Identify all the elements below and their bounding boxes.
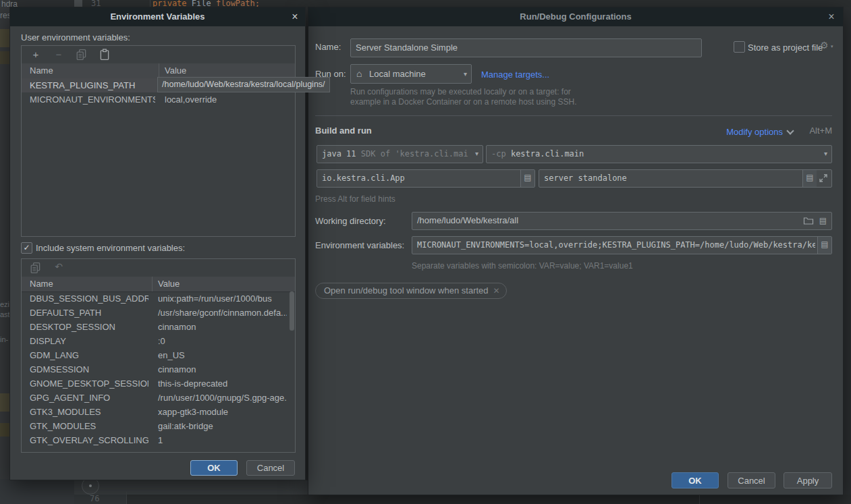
tree-item-fragment: ast xyxy=(0,310,10,318)
ok-button[interactable]: OK xyxy=(671,472,719,488)
var-value: local,override xyxy=(165,92,292,107)
remove-tag-icon[interactable]: ✕ xyxy=(493,283,499,298)
table-row[interactable]: DISPLAY:0 xyxy=(22,334,295,348)
var-name: GTK_OVERLAY_SCROLLING xyxy=(30,433,148,447)
include-system-env-checkbox[interactable]: ✓ xyxy=(21,242,32,254)
undo-icon[interactable]: ↶ xyxy=(53,261,65,273)
bottom-left-panel xyxy=(0,479,74,504)
cell-value-popup: /home/ludo/Web/kestra/kestra/local/plugi… xyxy=(157,77,330,92)
dialog-title: Environment Variables xyxy=(10,7,305,26)
tag-label: Open run/debug tool window when started xyxy=(324,285,489,296)
var-value: xapp-gtk3-module xyxy=(158,405,287,419)
home-icon: ⌂ xyxy=(356,65,362,83)
column-divider[interactable] xyxy=(159,63,159,78)
modify-options-shortcut: Alt+M xyxy=(809,125,832,136)
var-value: /usr/share/gconf/cinnamon.defa... xyxy=(158,306,287,320)
table-row[interactable]: GDMSESSIONcinnamon xyxy=(22,362,295,376)
tree-selected-block xyxy=(0,51,9,64)
remove-icon[interactable]: − xyxy=(53,49,65,61)
scrollbar-thumb[interactable] xyxy=(290,291,294,331)
section-divider xyxy=(315,115,832,116)
dropdown-arrow-icon[interactable]: ▾ xyxy=(475,146,478,162)
dropdown-arrow-icon[interactable]: ▾ xyxy=(824,146,827,162)
var-name: DESKTOP_SESSION xyxy=(30,320,148,334)
classpath-dropdown[interactable]: -cp kestra.cli.main ▾ xyxy=(486,145,832,163)
dialog-titlebar: Run/Debug Configurations × xyxy=(308,7,843,26)
tree-selected-block xyxy=(0,29,9,47)
table-row[interactable]: GTK3_MODULESxapp-gtk3-module xyxy=(22,405,295,419)
name-input[interactable]: Server Standalone Simple xyxy=(350,38,702,57)
var-name: DBUS_SESSION_BUS_ADDRESS xyxy=(30,291,148,306)
copy-icon[interactable] xyxy=(76,49,88,61)
cp-flag: -cp xyxy=(491,149,506,159)
dialog-titlebar: Environment Variables × xyxy=(10,7,305,26)
editor-line-number: 76 xyxy=(90,494,99,503)
user-env-table-panel: + − Name Value KESTRA_PLUGINS_PATH /home… xyxy=(21,45,296,237)
cancel-button[interactable]: Cancel xyxy=(728,472,775,488)
paste-icon[interactable] xyxy=(99,49,111,61)
chevron-down-icon xyxy=(786,127,794,134)
editor-margin-guide xyxy=(699,494,700,504)
modify-options-link[interactable]: Modify options xyxy=(726,127,783,137)
run-debug-configurations-dialog: Run/Debug Configurations × Name: Server … xyxy=(308,7,844,495)
tree-selected-block xyxy=(0,423,9,437)
table-row[interactable]: GTK_MODULESgail:atk-bridge xyxy=(22,419,295,433)
dialog-title: Run/Debug Configurations xyxy=(308,7,843,26)
var-name: GTK_MODULES xyxy=(30,419,148,433)
program-arguments-input[interactable]: server standalone ▤ xyxy=(539,169,832,188)
expand-field-icon[interactable]: ▤ xyxy=(819,213,827,229)
table-row[interactable]: GPG_AGENT_INFO/run/user/1000/gnupg/S.gpg… xyxy=(22,391,295,405)
value-column-header[interactable]: Value xyxy=(165,63,186,78)
table-row[interactable]: DBUS_SESSION_BUS_ADDRESSunix:path=/run/u… xyxy=(22,291,295,306)
name-label: Name: xyxy=(315,42,341,52)
chevron-down-icon: ▾ xyxy=(831,44,833,49)
run-on-dropdown[interactable]: ⌂ Local machine ▾ xyxy=(350,64,472,84)
var-value: cinnamon xyxy=(158,320,287,334)
var-name: GPG_AGENT_INFO xyxy=(30,391,148,405)
editor-gutter-bottom xyxy=(74,495,126,504)
table-row[interactable]: GDM_LANGen_US xyxy=(22,348,295,362)
expand-field-icon[interactable]: ▤ xyxy=(817,237,831,254)
dropdown-arrow-icon[interactable]: ▾ xyxy=(464,65,467,83)
table-row[interactable]: GNOME_DESKTOP_SESSION_IDthis-is-deprecat… xyxy=(22,376,295,391)
close-icon[interactable]: × xyxy=(825,11,838,23)
expand-window-icon[interactable] xyxy=(818,173,829,184)
close-icon[interactable]: × xyxy=(289,11,301,23)
table-row[interactable]: GTK_OVERLAY_SCROLLING1 xyxy=(22,433,295,447)
main-class-input[interactable]: io.kestra.cli.App ▤ xyxy=(317,169,535,188)
working-directory-label: Working directory: xyxy=(315,216,386,226)
add-icon[interactable]: + xyxy=(30,49,42,61)
tree-selected-block xyxy=(0,393,9,412)
store-as-project-file-checkbox[interactable] xyxy=(734,41,745,53)
open-tool-window-tag[interactable]: Open run/debug tool window when started … xyxy=(315,283,507,299)
var-value: :0 xyxy=(158,334,287,348)
var-value: en_US xyxy=(158,348,287,362)
cancel-button[interactable]: Cancel xyxy=(246,460,295,476)
ok-button[interactable]: OK xyxy=(190,460,238,476)
table-row[interactable]: DESKTOP_SESSIONcinnamon xyxy=(22,320,295,334)
working-directory-input[interactable]: /home/ludo/Web/kestra/all ▤ xyxy=(412,212,832,230)
gear-icon[interactable]: ⚙ xyxy=(820,40,829,51)
apply-button[interactable]: Apply xyxy=(784,472,832,488)
var-name: GNOME_DESKTOP_SESSION_ID xyxy=(30,376,148,391)
folder-icon[interactable] xyxy=(803,215,814,226)
copy-icon[interactable] xyxy=(30,262,42,274)
modify-options-group: Modify options xyxy=(726,125,796,138)
expand-field-icon[interactable]: ▤ xyxy=(802,170,817,187)
name-column-header[interactable]: Name xyxy=(30,277,53,291)
name-column-header[interactable]: Name xyxy=(30,63,53,78)
table-row[interactable]: DEFAULTS_PATH/usr/share/gconf/cinnamon.d… xyxy=(22,306,295,320)
expand-field-icon[interactable]: ▤ xyxy=(520,170,534,187)
var-value: /run/user/1000/gnupg/S.gpg-age... xyxy=(158,391,287,405)
ide-screen: ezi ast in- hdra res 31 private File flo… xyxy=(0,0,851,504)
manage-targets-link[interactable]: Manage targets... xyxy=(481,69,549,80)
var-value: gail:atk-bridge xyxy=(158,419,287,433)
environment-variables-value: MICRONAUT_ENVIRONMENTS=local,override;KE… xyxy=(417,237,815,254)
table-row[interactable]: MICRONAUT_ENVIRONMENTS local,override xyxy=(22,92,295,107)
jdk-dropdown[interactable]: java 11 SDK of 'kestra.cli.mair ▾ xyxy=(317,145,483,163)
value-column-header[interactable]: Value xyxy=(158,277,180,291)
run-on-help-line2: example in a Docker Container or on a re… xyxy=(350,97,577,107)
column-divider[interactable] xyxy=(152,277,153,291)
editor-bottom-strip xyxy=(74,495,851,504)
environment-variables-input[interactable]: MICRONAUT_ENVIRONMENTS=local,override;KE… xyxy=(412,236,832,254)
